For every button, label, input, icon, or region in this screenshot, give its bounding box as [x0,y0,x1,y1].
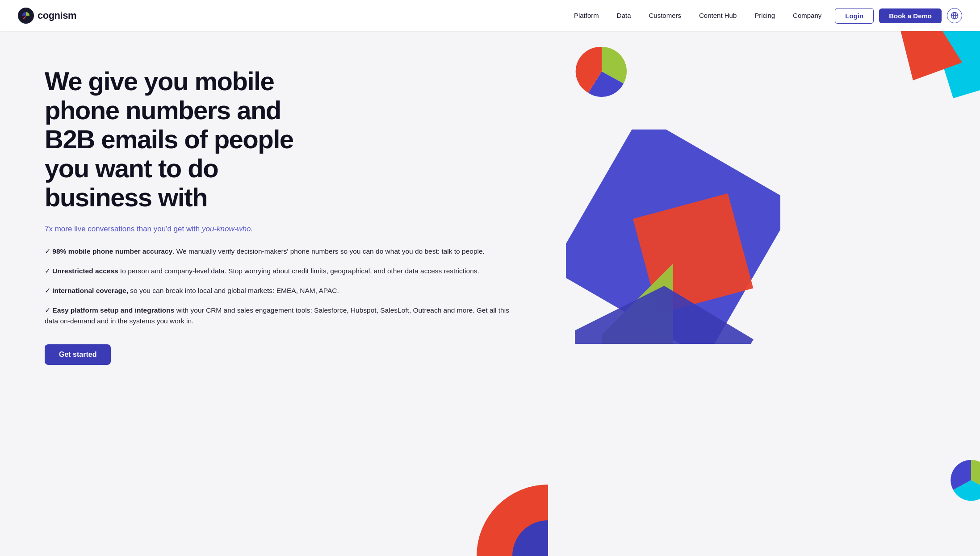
language-selector[interactable] [947,8,962,23]
nav-platform[interactable]: Platform [574,12,599,19]
cta-button[interactable]: Get started [45,344,111,365]
point-3: International coverage, so you can break… [45,285,512,296]
corner-shapes [900,31,980,116]
nav-actions: Login Book a Demo [835,8,962,24]
hero-tagline: 7x more live conversations than you'd ge… [45,225,512,234]
demo-button[interactable]: Book a Demo [879,8,942,23]
tagline-italic: you-know-who. [202,225,253,233]
globe-icon [951,12,959,20]
navbar: cognism Platform Data Customers Content … [0,0,980,31]
pie-chart-top [575,45,628,98]
big-geometric [566,130,780,344]
nav-company[interactable]: Company [793,12,821,19]
nav-pricing[interactable]: Pricing [754,12,775,19]
point-4: Easy platform setup and integrations wit… [45,305,512,326]
hero-content: We give you mobile phone numbers and B2B… [0,31,539,556]
point-1: 98% mobile phone number accuracy. We man… [45,246,512,257]
login-button[interactable]: Login [835,8,874,24]
logo-text: cognism [38,10,76,21]
hero-shapes [539,31,980,556]
nav-links: Platform Data Customers Content Hub Pric… [574,12,821,20]
nav-content-hub[interactable]: Content Hub [699,12,737,19]
hero-points: 98% mobile phone number accuracy. We man… [45,246,512,326]
pie-chart-br [949,458,980,502]
hero-title: We give you mobile phone numbers and B2B… [45,67,322,212]
hero-section: We give you mobile phone numbers and B2B… [0,31,980,556]
logo-icon [18,8,34,24]
point-2: Unrestricted access to person and compan… [45,266,512,276]
nav-customers[interactable]: Customers [649,12,681,19]
nav-data[interactable]: Data [617,12,631,19]
tagline-prefix: 7x more live conversations than you'd ge… [45,225,202,233]
logo-link[interactable]: cognism [18,8,76,24]
